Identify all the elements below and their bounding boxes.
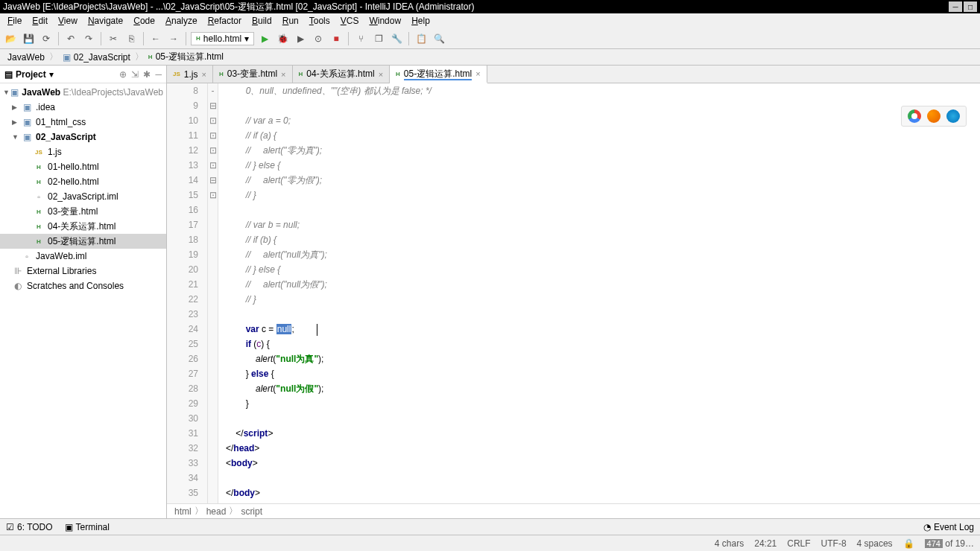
menu-code[interactable]: Code <box>129 14 159 28</box>
menu-refactor[interactable]: Refactor <box>203 14 246 28</box>
menu-file[interactable]: File <box>3 14 26 28</box>
tree-scratches[interactable]: ◐Scratches and Consoles <box>0 278 166 293</box>
menu-run[interactable]: Run <box>278 14 303 28</box>
crumb-html[interactable]: html <box>174 506 192 517</box>
menu-navigate[interactable]: Navigate <box>83 14 127 28</box>
tree-file-04[interactable]: H04-关系运算.html <box>0 219 166 234</box>
tree-file-05[interactable]: H05-逻辑运算.html <box>0 234 166 249</box>
status-encoding[interactable]: UTF-8 <box>821 538 847 549</box>
breadcrumb-root[interactable]: JavaWeb <box>3 52 49 63</box>
tree-file-02hello[interactable]: H02-hello.html <box>0 174 166 189</box>
status-position[interactable]: 24:21 <box>754 538 777 549</box>
editor-tabs: JS1.js×H03-变量.html×H04-关系运算.html×H05-逻辑运… <box>167 66 980 83</box>
project-tree[interactable]: ▼▣JavaWeb E:\IdeaProjects\JavaWeb ▶▣.ide… <box>0 83 166 518</box>
tree-root[interactable]: ▼▣JavaWeb E:\IdeaProjects\JavaWeb <box>0 85 166 100</box>
undo-icon[interactable]: ↶ <box>63 31 78 46</box>
main-toolbar: 📂 💾 ⟳ ↶ ↷ ✂ ⎘ ← → H hello.html ▾ ▶ 🐞 ▶ ⊙… <box>0 28 980 49</box>
status-bar: 4 chars 24:21 CRLF UTF-8 4 spaces 🔒 474 … <box>0 535 980 551</box>
menu-build[interactable]: Build <box>247 14 276 28</box>
project-sidebar: ▤Project ▾ ⊕ ⇲ ✱ ─ ▼▣JavaWeb E:\IdeaProj… <box>0 66 167 518</box>
code-content[interactable]: 0、null、undefined、""(空串) 都认为是 false; */ /… <box>218 83 980 503</box>
menu-analyze[interactable]: Analyze <box>161 14 202 28</box>
main-menubar: FileEditViewNavigateCodeAnalyzeRefactorB… <box>0 13 980 28</box>
tree-idea[interactable]: ▶▣.idea <box>0 100 166 115</box>
terminal-tool[interactable]: ▣Terminal <box>65 522 110 532</box>
close-icon[interactable]: × <box>201 70 206 79</box>
minimize-button[interactable]: ─ <box>949 1 962 12</box>
html-file-icon: H <box>196 35 200 42</box>
menu-help[interactable]: Help <box>407 14 434 28</box>
hide-icon[interactable]: ─ <box>155 69 162 80</box>
save-icon[interactable]: 💾 <box>21 31 36 46</box>
code-editor[interactable]: 8910111213141516171819202122232425262728… <box>167 83 980 503</box>
coverage-icon[interactable]: ▶ <box>293 31 308 46</box>
copy-icon[interactable]: ⎘ <box>124 31 139 46</box>
close-icon[interactable]: × <box>475 69 480 78</box>
run-icon[interactable]: ▶ <box>257 31 272 46</box>
status-eol[interactable]: CRLF <box>787 538 810 549</box>
event-log[interactable]: ◔Event Log <box>923 522 974 532</box>
tree-file-03[interactable]: H03-变量.html <box>0 204 166 219</box>
back-icon[interactable]: ← <box>148 31 163 46</box>
status-indent[interactable]: 4 spaces <box>857 538 893 549</box>
navigation-breadcrumb: JavaWeb 〉 ▣02_JavaScript 〉 H05-逻辑运算.html <box>0 49 980 66</box>
tab-04-关系运算.html[interactable]: H04-关系运算.html× <box>293 66 391 83</box>
breadcrumb-file[interactable]: H05-逻辑运算.html <box>144 51 228 63</box>
tree-javaweb-iml[interactable]: ▫JavaWeb.iml <box>0 249 166 264</box>
window-title: JavaWeb [E:\IdeaProjects\JavaWeb] - ...\… <box>3 1 949 13</box>
open-icon[interactable]: 📂 <box>3 31 18 46</box>
tree-js-folder[interactable]: ▼▣02_JavaScript <box>0 130 166 144</box>
target-icon[interactable]: ⊕ <box>119 69 127 80</box>
tree-file-01hello[interactable]: H01-hello.html <box>0 159 166 174</box>
tree-file-1js[interactable]: JS1.js <box>0 144 166 159</box>
menu-window[interactable]: Window <box>364 14 405 28</box>
debug-icon[interactable]: 🐞 <box>275 31 290 46</box>
dropdown-icon: ▾ <box>244 34 249 44</box>
tree-ext-lib[interactable]: ⊪External Libraries <box>0 264 166 278</box>
menu-tools[interactable]: Tools <box>305 14 335 28</box>
cut-icon[interactable]: ✂ <box>106 31 121 46</box>
redo-icon[interactable]: ↷ <box>81 31 96 46</box>
maximize-button[interactable]: □ <box>964 1 977 12</box>
run-config-selector[interactable]: H hello.html ▾ <box>191 32 254 45</box>
tab-03-变量.html[interactable]: H03-变量.html× <box>213 66 293 83</box>
search-icon[interactable]: 🔍 <box>431 31 446 46</box>
project-icon: ▤ <box>4 69 13 80</box>
menu-edit[interactable]: Edit <box>28 14 52 28</box>
tab-05-逻辑运算.html[interactable]: H05-逻辑运算.html× <box>390 66 487 83</box>
bottom-toolbar: ☑6: TODO ▣Terminal ◔Event Log <box>0 518 980 535</box>
gear-icon[interactable]: ✱ <box>143 69 151 80</box>
menu-view[interactable]: View <box>54 14 82 28</box>
profile-icon[interactable]: ⊙ <box>311 31 326 46</box>
project-tool-title[interactable]: Project <box>16 69 46 80</box>
chrome-icon[interactable] <box>908 109 921 123</box>
close-icon[interactable]: × <box>281 70 285 79</box>
collapse-icon[interactable]: ⇲ <box>131 69 139 80</box>
fold-column[interactable]: -⊟⊡⊡⊡⊡⊟⊡ <box>208 83 218 503</box>
window-titlebar: JavaWeb [E:\IdeaProjects\JavaWeb] - ...\… <box>0 0 980 13</box>
editor-breadcrumb: html 〉 head 〉 script <box>167 503 980 518</box>
wrench-icon[interactable]: 🔧 <box>389 31 404 46</box>
ie-icon[interactable] <box>946 109 960 123</box>
status-chars: 4 chars <box>715 538 744 549</box>
vcs-icon[interactable]: ⑂ <box>353 31 368 46</box>
firefox-icon[interactable] <box>927 109 941 123</box>
close-icon[interactable]: × <box>379 70 383 79</box>
stop-icon[interactable]: ■ <box>329 31 344 46</box>
forward-icon[interactable]: → <box>166 31 181 46</box>
crumb-head[interactable]: head <box>206 506 227 517</box>
menu-vcs[interactable]: VCS <box>336 14 364 28</box>
structure-icon[interactable]: ❐ <box>371 31 386 46</box>
todo-tool[interactable]: ☑6: TODO <box>6 522 53 532</box>
tree-file-iml[interactable]: ▫02_JavaScript.iml <box>0 189 166 204</box>
settings-icon[interactable]: 📋 <box>414 31 429 46</box>
status-memory[interactable]: 474 of 19… <box>925 538 974 549</box>
status-readonly-icon[interactable]: 🔒 <box>903 538 914 549</box>
tab-1.js[interactable]: JS1.js× <box>167 66 213 83</box>
refresh-icon[interactable]: ⟳ <box>39 31 54 46</box>
project-tool-header: ▤Project ▾ ⊕ ⇲ ✱ ─ <box>0 66 166 83</box>
line-gutter: 8910111213141516171819202122232425262728… <box>167 83 208 503</box>
tree-html-css[interactable]: ▶▣01_html_css <box>0 115 166 130</box>
crumb-script[interactable]: script <box>241 506 262 517</box>
breadcrumb-folder[interactable]: ▣02_JavaScript <box>58 52 135 63</box>
